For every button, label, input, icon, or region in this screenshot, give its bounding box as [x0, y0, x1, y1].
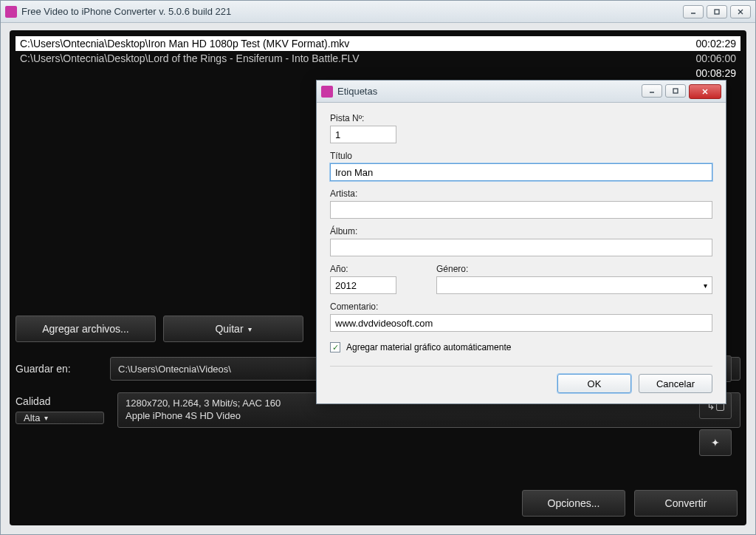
save-to-label: Guardar en:: [16, 363, 97, 375]
file-row[interactable]: C:\Users\Ontecnia\Desktop\Iron Man HD 10…: [16, 36, 740, 51]
file-duration: 00:06:00: [696, 52, 737, 64]
file-row[interactable]: C:\Users\Ontecnia\Desktop\Lord of the Ri…: [16, 51, 740, 66]
chevron-down-icon: ▾: [44, 414, 48, 422]
file-list: C:\Users\Ontecnia\Desktop\Iron Man HD 10…: [16, 36, 740, 81]
close-button[interactable]: [730, 5, 751, 18]
total-duration: 00:08:29: [696, 67, 737, 79]
app-icon: [321, 86, 333, 98]
year-label: Año:: [330, 264, 419, 274]
svg-rect-1: [715, 10, 719, 14]
minimize-button[interactable]: [683, 5, 704, 18]
chevron-down-icon: ▾: [248, 325, 252, 333]
window-title: Free Video to iPhone Converter v. 5.0.6 …: [21, 6, 678, 17]
total-duration-row: 00:08:29: [16, 66, 740, 81]
file-path: C:\Users\Ontecnia\Desktop\Iron Man HD 10…: [20, 38, 349, 50]
app-icon: [5, 6, 17, 18]
track-input[interactable]: [330, 126, 396, 143]
tags-dialog: Etiquetas Pista Nº: Título Artista: Álbu…: [316, 80, 726, 404]
file-duration: 00:02:29: [696, 38, 737, 50]
auto-artwork-label: Agregar material gráfico automáticamente: [346, 342, 511, 352]
year-input[interactable]: [330, 276, 396, 294]
wand-icon: ✦: [711, 437, 720, 449]
album-label: Álbum:: [330, 226, 712, 236]
quality-label: Calidad: [16, 395, 104, 407]
artist-input[interactable]: [330, 201, 712, 219]
quality-select[interactable]: Alta▾: [16, 412, 104, 424]
auto-artwork-checkbox[interactable]: ✓: [330, 342, 340, 352]
dialog-minimize-button[interactable]: [642, 84, 662, 98]
svg-rect-5: [673, 89, 678, 93]
remove-button[interactable]: Quitar▾: [163, 316, 303, 342]
cancel-button[interactable]: Cancelar: [639, 374, 712, 393]
file-path: C:\Users\Ontecnia\Desktop\Lord of the Ri…: [20, 52, 360, 64]
comment-label: Comentario:: [330, 301, 712, 312]
titlebar[interactable]: Free Video to iPhone Converter v. 5.0.6 …: [1, 1, 755, 23]
track-label: Pista Nº:: [330, 113, 712, 123]
title-input[interactable]: [330, 163, 712, 181]
genre-label: Género:: [436, 264, 712, 274]
title-label: Título: [330, 151, 712, 161]
dialog-maximize-button[interactable]: [665, 84, 686, 98]
dialog-close-button[interactable]: [689, 84, 721, 99]
dialog-titlebar[interactable]: Etiquetas: [317, 81, 726, 103]
add-files-button[interactable]: Agregar archivos...: [16, 316, 156, 342]
comment-input[interactable]: [330, 314, 712, 332]
album-input[interactable]: [330, 239, 712, 256]
genre-select[interactable]: [436, 276, 712, 294]
options-button[interactable]: Opciones...: [522, 490, 625, 517]
wizard-button[interactable]: ✦: [699, 429, 732, 456]
dialog-title: Etiquetas: [337, 86, 637, 97]
convert-button[interactable]: Convertir: [634, 490, 738, 517]
artist-label: Artista:: [330, 188, 712, 199]
maximize-button[interactable]: [707, 5, 727, 18]
ok-button[interactable]: OK: [557, 374, 631, 393]
